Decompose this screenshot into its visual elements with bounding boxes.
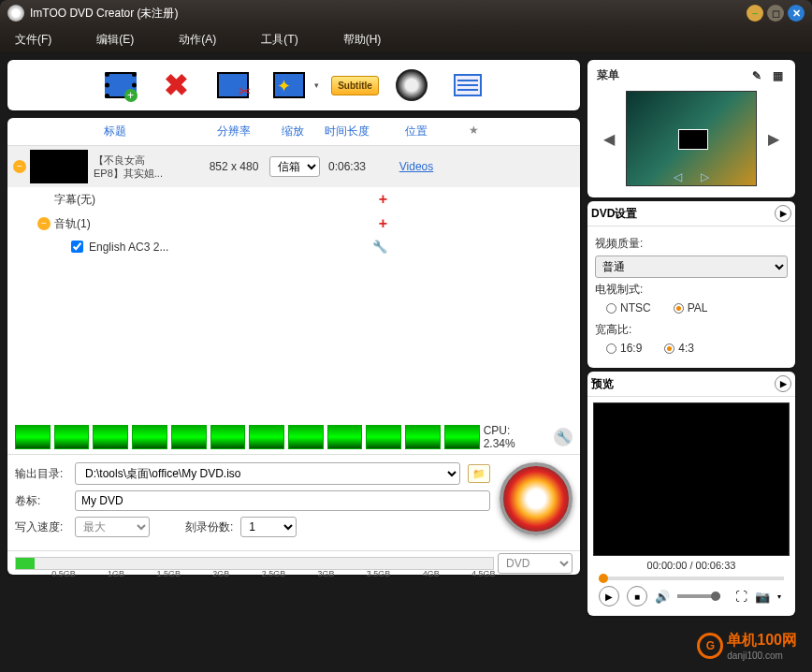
- burn-button[interactable]: [500, 462, 573, 535]
- pal-radio[interactable]: PAL: [674, 301, 708, 314]
- video-quality-select[interactable]: 普通: [595, 256, 788, 278]
- menu-tool[interactable]: 工具(T): [261, 32, 297, 48]
- close-button[interactable]: ✕: [788, 5, 805, 22]
- aspect-43-radio[interactable]: 4:3: [664, 342, 694, 355]
- speed-select[interactable]: 最大: [75, 517, 150, 537]
- col-zoom[interactable]: 缩放: [269, 124, 316, 139]
- prev-template-button[interactable]: ◀: [600, 126, 618, 152]
- dvd-settings-panel: DVD设置 ▶ 视频质量: 普通 电视制式: NTSC PAL 宽高比: 16:…: [587, 201, 795, 368]
- volume-icon[interactable]: 🔊: [655, 590, 670, 604]
- speed-label: 写入速度:: [15, 519, 67, 535]
- add-subtitle-icon[interactable]: +: [379, 191, 387, 208]
- column-header: 标题 分辨率 缩放 时间长度 位置 ★: [7, 118, 580, 146]
- file-row[interactable]: − 【不良女高 EP8】其实姐... 852 x 480 信箱 0:06:33 …: [7, 146, 580, 187]
- tv-standard-label: 电视制式:: [595, 282, 788, 298]
- subtitle-button[interactable]: Subtitle: [336, 67, 375, 103]
- menu-file[interactable]: 文件(F): [15, 32, 51, 48]
- menu-edit[interactable]: 编辑(E): [96, 32, 134, 48]
- menu-header: 菜单: [597, 67, 619, 83]
- output-dest-label: 输出目录:: [15, 466, 67, 482]
- maximize-button[interactable]: ◻: [767, 5, 784, 22]
- remove-button[interactable]: ✖: [157, 67, 196, 103]
- video-thumbnail[interactable]: [30, 150, 88, 183]
- cut-button[interactable]: [213, 67, 253, 103]
- progress-slider[interactable]: [599, 577, 784, 580]
- content-panel: 标题 分辨率 缩放 时间长度 位置 ★ − 【不良女高 EP8】其实姐... 8…: [7, 118, 580, 575]
- video-quality-label: 视频质量:: [595, 236, 788, 252]
- aspect-label: 宽高比:: [595, 322, 788, 338]
- cpu-bar: CPU: 2.34% 🔧: [7, 420, 580, 454]
- play-button[interactable]: ▶: [599, 586, 619, 606]
- preview-panel: 预览 ▶ 00:00:00 / 00:06:33 ▶ ■ 🔊 ⛶ 📷▾: [587, 372, 795, 616]
- col-title[interactable]: 标题: [32, 124, 198, 139]
- cpu-graph: [15, 425, 51, 449]
- edit-audio-icon[interactable]: 🔧: [372, 240, 387, 254]
- watermark: G 单机100网 danji100.com: [697, 631, 797, 661]
- aspect-169-radio[interactable]: 16:9: [606, 342, 642, 355]
- file-resolution: 852 x 480: [198, 160, 269, 173]
- audio-track-row[interactable]: English AC3 2... 🔧: [7, 236, 580, 257]
- fullscreen-icon[interactable]: ⛶: [735, 590, 747, 604]
- dvd-settings-header: DVD设置: [591, 206, 637, 222]
- time-display: 00:00:00 / 00:06:33: [593, 556, 790, 575]
- output-dest-select[interactable]: D:\tools\桌面\office\My DVD.iso: [75, 462, 460, 485]
- browse-folder-button[interactable]: 📁: [468, 464, 490, 483]
- app-logo-icon: [7, 5, 24, 22]
- file-duration: 0:06:33: [316, 160, 378, 173]
- edit-menu-icon[interactable]: ✎: [748, 68, 765, 83]
- audio-track-checkbox[interactable]: [71, 241, 83, 253]
- nav-left-icon[interactable]: ◁: [674, 170, 682, 183]
- templates-icon[interactable]: ▦: [769, 68, 786, 83]
- snapshot-icon[interactable]: 📷: [755, 590, 770, 604]
- output-area: 输出目录: D:\tools\桌面\office\My DVD.iso 📁 卷标…: [7, 454, 580, 550]
- zoom-select[interactable]: 信箱: [269, 156, 320, 177]
- watermark-logo-icon: G: [697, 633, 723, 659]
- menu-bar: 文件(F) 编辑(E) 动作(A) 工具(T) 帮助(H): [0, 26, 812, 52]
- menu-template-thumbnail[interactable]: ◁▷: [626, 91, 757, 186]
- copies-label: 刻录份数:: [185, 519, 233, 535]
- volume-input[interactable]: [75, 490, 490, 511]
- ntsc-radio[interactable]: NTSC: [606, 301, 651, 314]
- preview-header: 预览: [591, 376, 614, 392]
- stop-button[interactable]: ■: [627, 586, 647, 606]
- add-video-button[interactable]: [101, 67, 140, 103]
- window-title: ImTOO DVD Creator (未注册): [30, 6, 178, 22]
- menu-panel: 菜单 ✎ ▦ ◀ ◁▷ ▶: [587, 60, 795, 197]
- toolbar: ✖ ▾ Subtitle: [7, 60, 580, 110]
- nav-right-icon[interactable]: ▷: [701, 170, 709, 183]
- col-resolution[interactable]: 分辨率: [198, 124, 269, 139]
- collapse-icon[interactable]: −: [37, 217, 51, 230]
- file-title: 【不良女高 EP8】其实姐...: [94, 153, 198, 181]
- volume-label: 卷标:: [15, 493, 67, 509]
- preview-viewport: [593, 402, 790, 556]
- size-bar: 0.5GB 1GB 1.5GB 2GB 2.5GB 3GB 3.5GB 4GB …: [7, 550, 580, 575]
- file-location-link[interactable]: Videos: [399, 160, 433, 173]
- cpu-settings-button[interactable]: 🔧: [554, 428, 573, 446]
- next-template-button[interactable]: ▶: [764, 126, 783, 152]
- size-track: 0.5GB 1GB 1.5GB 2GB 2.5GB 3GB 3.5GB 4GB …: [15, 557, 494, 570]
- col-duration[interactable]: 时间长度: [316, 124, 378, 139]
- add-audio-icon[interactable]: +: [379, 215, 387, 232]
- menu-action[interactable]: 动作(A): [179, 32, 216, 48]
- list-view-button[interactable]: [448, 67, 487, 103]
- expand-preview-button[interactable]: ▶: [775, 375, 791, 392]
- title-bar: ImTOO DVD Creator (未注册) – ◻ ✕: [0, 0, 812, 26]
- volume-slider[interactable]: [677, 594, 720, 598]
- size-fill: [16, 558, 35, 569]
- audio-row[interactable]: − 音轨(1) +: [7, 212, 580, 236]
- col-location[interactable]: 位置: [378, 124, 455, 139]
- copies-select[interactable]: 1: [240, 517, 297, 537]
- audio-button[interactable]: [392, 67, 431, 103]
- expand-settings-button[interactable]: ▶: [775, 205, 791, 222]
- empty-area: [7, 257, 580, 420]
- cpu-label: CPU: 2.34%: [484, 424, 545, 450]
- menu-help[interactable]: 帮助(H): [343, 32, 382, 48]
- disc-type-select[interactable]: DVD: [498, 553, 573, 574]
- subtitle-row[interactable]: 字幕(无) +: [7, 187, 580, 212]
- collapse-icon[interactable]: −: [13, 160, 26, 173]
- col-star[interactable]: ★: [455, 124, 492, 139]
- minimize-button[interactable]: –: [747, 5, 763, 22]
- effects-button[interactable]: [269, 67, 309, 103]
- file-list: − 【不良女高 EP8】其实姐... 852 x 480 信箱 0:06:33 …: [7, 146, 580, 257]
